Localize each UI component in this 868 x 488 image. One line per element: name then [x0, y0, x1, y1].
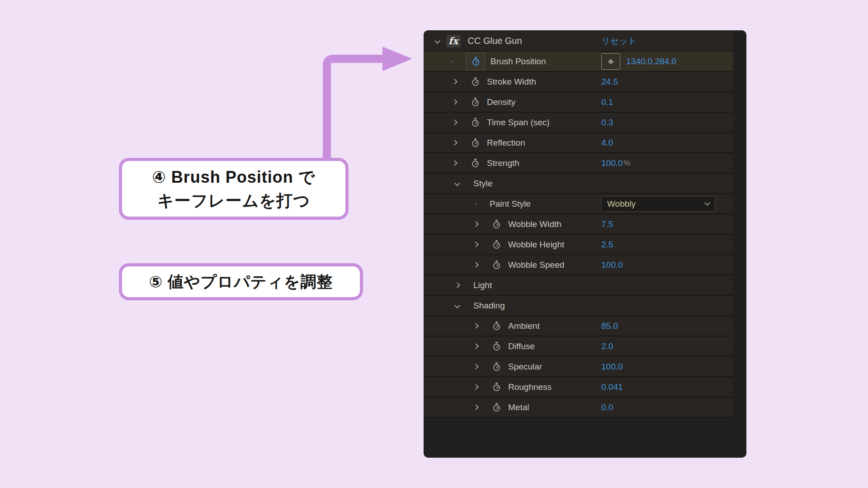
property-label: Strength: [487, 158, 519, 168]
position-picker-button[interactable]: ⌖: [601, 53, 620, 70]
property-row-wobble-height[interactable]: Wobble Height2.5: [424, 235, 733, 255]
chevron-right-icon[interactable]: [452, 119, 458, 125]
stopwatch-icon[interactable]: [472, 79, 479, 86]
value-suffix: %: [624, 159, 631, 168]
stopwatch-icon[interactable]: [493, 242, 500, 249]
dropdown-selected-value: Wobbly: [607, 199, 705, 209]
property-label: Wobble Width: [508, 219, 561, 229]
property-label: Paint Style: [490, 199, 531, 209]
chevron-right-icon[interactable]: [473, 364, 479, 370]
group-label: Shading: [473, 301, 505, 311]
property-row-paint-style[interactable]: Paint StyleWobbly: [424, 194, 733, 214]
chevron-right-icon[interactable]: [452, 140, 458, 146]
property-row-roughness[interactable]: Roughness0.041: [424, 377, 733, 398]
annotation-arrow: [316, 45, 420, 163]
property-value[interactable]: 4.0: [601, 138, 613, 148]
property-label: Density: [487, 97, 515, 107]
stopwatch-icon[interactable]: [493, 323, 500, 330]
stopwatch-icon[interactable]: [493, 405, 500, 412]
chevron-right-icon[interactable]: [452, 79, 458, 85]
property-row-strength[interactable]: Strength100.0%: [424, 153, 733, 174]
property-row-diffuse[interactable]: Diffuse2.0: [424, 336, 733, 357]
chevron-down-icon[interactable]: [454, 180, 460, 186]
property-row-wobble-speed[interactable]: Wobble Speed100.0: [424, 255, 733, 275]
fx-badge-icon: fx: [446, 35, 461, 47]
property-value[interactable]: 2.5: [601, 240, 613, 250]
property-row-reflection[interactable]: Reflection4.0: [424, 133, 733, 153]
stopwatch-icon[interactable]: [493, 384, 500, 391]
property-label: Wobble Height: [508, 240, 564, 250]
stopwatch-icon[interactable]: [493, 344, 500, 351]
group-label: Light: [473, 280, 492, 290]
chevron-right-icon[interactable]: [473, 323, 479, 329]
effect-name: CC Glue Gun: [468, 36, 522, 46]
property-label: Wobble Speed: [508, 260, 564, 270]
property-row-style[interactable]: Style: [424, 174, 733, 194]
stopwatch-icon[interactable]: [472, 99, 479, 106]
property-label: Ambient: [508, 321, 540, 331]
property-row-shading[interactable]: Shading: [424, 296, 733, 316]
effect-rows: Brush Position⌖1340.0,284.0Stroke Width2…: [424, 52, 746, 418]
group-label: Style: [473, 179, 492, 189]
property-value[interactable]: 100.0: [601, 158, 623, 168]
chevron-right-icon[interactable]: [473, 384, 479, 390]
keyframe-dot-icon: [452, 61, 453, 62]
property-label: Reflection: [487, 138, 525, 148]
callout-step5: ⑤ 値やプロパティを調整: [119, 263, 363, 300]
property-value[interactable]: 7.5: [601, 219, 613, 229]
property-value[interactable]: 100.0: [601, 260, 623, 270]
chevron-down-icon[interactable]: [434, 38, 440, 44]
callout-step4-line1: ④ Brush Position で: [122, 166, 345, 189]
stopwatch-icon[interactable]: [472, 161, 479, 167]
property-row-density[interactable]: Density0.1: [424, 92, 733, 113]
callout-step4: ④ Brush Position で キーフレームを打つ: [119, 158, 349, 220]
property-value[interactable]: 2.0: [601, 341, 613, 351]
chevron-right-icon[interactable]: [473, 262, 479, 268]
chevron-right-icon[interactable]: [473, 404, 479, 410]
stopwatch-icon[interactable]: [493, 262, 500, 269]
property-row-light[interactable]: Light: [424, 275, 733, 296]
chevron-right-icon[interactable]: [473, 221, 479, 227]
effect-header-row[interactable]: fx CC Glue Gun リセット: [424, 31, 733, 52]
stopwatch-icon[interactable]: [493, 222, 500, 228]
stopwatch-icon[interactable]: [472, 59, 479, 66]
property-label: Specular: [508, 362, 542, 372]
property-value[interactable]: 0.0: [601, 403, 613, 412]
chevron-right-icon[interactable]: [452, 99, 458, 105]
chevron-down-icon[interactable]: [454, 303, 460, 308]
property-value[interactable]: 85.0: [601, 321, 618, 331]
property-label: Stroke Width: [487, 77, 536, 87]
chevron-right-icon[interactable]: [473, 343, 479, 349]
property-row-brush-position[interactable]: Brush Position⌖1340.0,284.0: [424, 52, 733, 72]
property-label: Brush Position: [491, 57, 546, 66]
property-row-specular[interactable]: Specular100.0: [424, 357, 733, 377]
property-value[interactable]: 100.0: [601, 362, 623, 372]
property-label: Roughness: [508, 382, 552, 392]
property-value[interactable]: 0.1: [601, 97, 613, 107]
stopwatch-icon[interactable]: [472, 140, 479, 147]
property-row-wobble-width[interactable]: Wobble Width7.5: [424, 214, 733, 235]
dropdown-chevron-icon: [704, 200, 710, 206]
property-value[interactable]: 24.5: [601, 77, 618, 87]
property-value[interactable]: 0.3: [601, 118, 613, 128]
stopwatch-box: [466, 53, 485, 70]
keyframe-dot-icon: [475, 203, 477, 205]
effect-control-panel: fx CC Glue Gun リセット Brush Position⌖1340.…: [424, 30, 746, 458]
paint-style-dropdown[interactable]: Wobbly: [601, 196, 715, 212]
stopwatch-icon[interactable]: [472, 120, 479, 127]
property-row-metal[interactable]: Metal0.0: [424, 398, 733, 418]
property-row-time-span-sec[interactable]: Time Span (sec)0.3: [424, 113, 733, 133]
property-row-stroke-width[interactable]: Stroke Width24.5: [424, 72, 733, 92]
property-row-ambient[interactable]: Ambient85.0: [424, 316, 733, 336]
chevron-right-icon[interactable]: [454, 282, 460, 288]
callout-step5-line1: ⑤ 値やプロパティを調整: [122, 270, 360, 293]
stopwatch-icon[interactable]: [493, 364, 500, 371]
chevron-right-icon[interactable]: [452, 160, 458, 166]
property-label: Metal: [508, 403, 529, 412]
property-value[interactable]: 1340.0,284.0: [626, 57, 676, 66]
reset-link[interactable]: リセット: [601, 35, 637, 47]
callout-step4-line2: キーフレームを打つ: [122, 189, 345, 212]
property-label: Diffuse: [508, 341, 535, 351]
chevron-right-icon[interactable]: [473, 242, 479, 247]
property-value[interactable]: 0.041: [601, 382, 623, 392]
